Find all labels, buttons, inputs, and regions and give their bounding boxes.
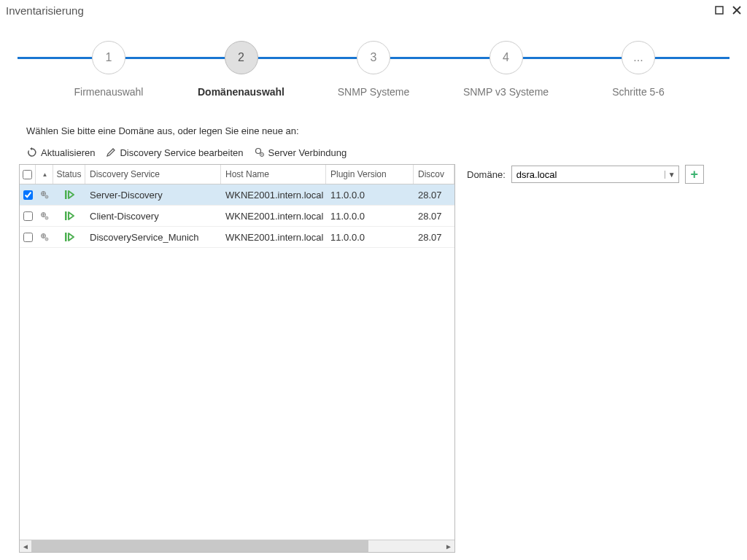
globe-gear-icon xyxy=(254,147,266,158)
step-label: Domänenauswahl xyxy=(198,86,285,98)
play-status-icon xyxy=(53,184,85,205)
cell-plugin-version: 11.0.0.0 xyxy=(326,227,414,247)
svg-point-16 xyxy=(46,238,47,239)
header-sort-cell[interactable]: ▲ xyxy=(36,165,53,184)
plus-icon: + xyxy=(690,167,698,182)
domain-label: Domäne: xyxy=(467,169,506,180)
cell-date: 28.07 xyxy=(414,227,454,247)
row-checkbox[interactable] xyxy=(23,190,33,200)
wizard-stepper: 1Firmenauswahl2Domänenauswahl3SNMP Syste… xyxy=(18,41,729,114)
globe-gear-icon xyxy=(36,184,53,205)
refresh-label: Aktualisieren xyxy=(41,147,95,158)
cell-discovery-service: Server-Discovery xyxy=(85,184,221,205)
step-circle: 1 xyxy=(92,41,125,74)
header-status[interactable]: Status xyxy=(53,165,85,184)
step-1[interactable]: 1Firmenauswahl xyxy=(61,41,156,98)
select-all-checkbox[interactable] xyxy=(23,170,32,179)
header-plugin-version[interactable]: Plugin Version xyxy=(326,165,414,184)
close-icon[interactable] xyxy=(732,6,741,15)
titlebar: Inventarisierung xyxy=(0,0,747,20)
step-label: SNMP Systeme xyxy=(338,86,410,98)
server-label: Server Verbindung xyxy=(268,147,347,158)
instruction-text: Wählen Sie bitte eine Domäne aus, oder l… xyxy=(26,125,721,136)
grid-header: ▲ Status Discovery Service Host Name Plu… xyxy=(20,165,454,184)
discovery-grid: ▲ Status Discovery Service Host Name Plu… xyxy=(19,164,455,553)
header-discovery-service[interactable]: Discovery Service xyxy=(85,165,221,184)
step-2[interactable]: 2Domänenauswahl xyxy=(194,41,289,98)
step-circle: ... xyxy=(622,41,655,74)
svg-point-3 xyxy=(255,149,260,154)
toolbar: Aktualisieren Discovery Service bearbeit… xyxy=(26,147,721,158)
row-checkbox[interactable] xyxy=(23,233,33,242)
cell-discovery-service: Client-Discovery xyxy=(85,206,221,226)
globe-gear-icon xyxy=(36,227,53,247)
window-title: Inventarisierung xyxy=(6,4,715,17)
svg-rect-0 xyxy=(716,7,723,14)
step-label: Schritte 5-6 xyxy=(612,86,665,98)
chevron-down-icon[interactable]: ▼ xyxy=(665,171,678,179)
svg-rect-13 xyxy=(65,211,67,220)
step-label: SNMP v3 Systeme xyxy=(463,86,549,98)
domain-panel: Domäne: ▼ + xyxy=(467,164,704,184)
step-label: Firmenauswahl xyxy=(74,86,144,98)
table-row[interactable]: Server-DiscoveryWKNE2001.intern.local11.… xyxy=(20,184,454,206)
maximize-icon[interactable] xyxy=(715,6,724,15)
cell-plugin-version: 11.0.0.0 xyxy=(326,206,414,226)
svg-point-8 xyxy=(46,196,47,197)
svg-rect-17 xyxy=(65,233,67,241)
cell-discovery-service: DiscoveryService_Munich xyxy=(85,227,221,247)
cell-host-name: WKNE2001.intern.local xyxy=(221,227,326,247)
header-checkbox-cell[interactable] xyxy=(20,165,36,184)
domain-input[interactable] xyxy=(512,169,665,180)
refresh-button[interactable]: Aktualisieren xyxy=(26,147,95,158)
table-row[interactable]: DiscoveryService_MunichWKNE2001.intern.l… xyxy=(20,227,454,248)
step-3[interactable]: 3SNMP Systeme xyxy=(326,41,421,98)
svg-point-12 xyxy=(46,217,47,218)
step-circle: 2 xyxy=(225,41,258,74)
svg-point-5 xyxy=(261,154,263,155)
row-checkbox[interactable] xyxy=(23,211,33,221)
edit-discovery-button[interactable]: Discovery Service bearbeiten xyxy=(105,147,243,158)
scroll-thumb[interactable] xyxy=(31,540,368,552)
table-row[interactable]: Client-DiscoveryWKNE2001.intern.local11.… xyxy=(20,206,454,227)
cell-date: 28.07 xyxy=(414,184,454,205)
domain-select[interactable]: ▼ xyxy=(511,166,679,183)
cell-host-name: WKNE2001.intern.local xyxy=(221,184,326,205)
cell-host-name: WKNE2001.intern.local xyxy=(221,206,326,226)
pencil-icon xyxy=(105,147,117,158)
play-status-icon xyxy=(53,227,85,247)
step-circle: 3 xyxy=(357,41,390,74)
globe-gear-icon xyxy=(36,206,53,226)
horizontal-scrollbar[interactable]: ◄ ► xyxy=(20,540,454,552)
step-5[interactable]: ...Schritte 5-6 xyxy=(591,41,686,98)
play-status-icon xyxy=(53,206,85,226)
scroll-right-icon[interactable]: ► xyxy=(443,540,454,552)
cell-plugin-version: 11.0.0.0 xyxy=(326,184,414,205)
step-circle: 4 xyxy=(489,41,523,74)
refresh-icon xyxy=(26,147,38,158)
header-discovery-date[interactable]: Discov xyxy=(414,165,454,184)
server-connection-button[interactable]: Server Verbindung xyxy=(254,147,347,158)
add-domain-button[interactable]: + xyxy=(685,165,704,184)
step-4[interactable]: 4SNMP v3 Systeme xyxy=(459,41,554,98)
svg-rect-9 xyxy=(65,190,67,199)
header-host-name[interactable]: Host Name xyxy=(221,165,326,184)
edit-label: Discovery Service bearbeiten xyxy=(120,147,243,158)
scroll-left-icon[interactable]: ◄ xyxy=(20,540,31,552)
cell-date: 28.07 xyxy=(414,206,454,226)
